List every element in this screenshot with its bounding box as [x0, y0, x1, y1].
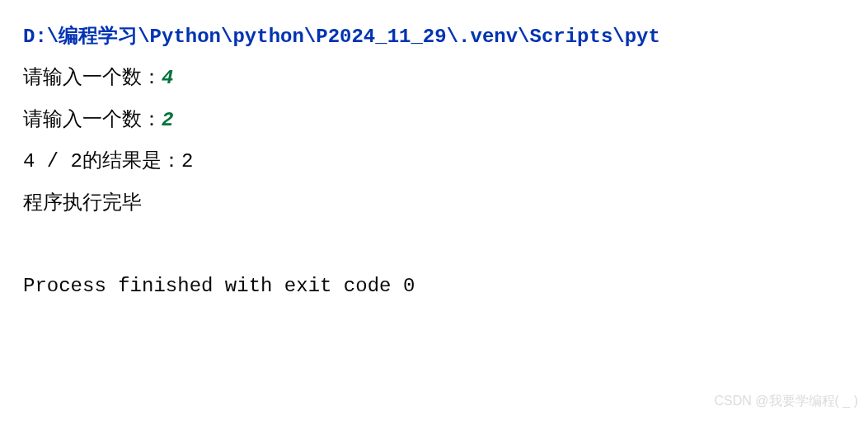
- interpreter-path: D:\编程学习\Python\python\P2024_11_29\.venv\…: [23, 26, 660, 48]
- exit-text: Process finished with exit code 0: [23, 275, 415, 297]
- command-path-line: D:\编程学习\Python\python\P2024_11_29\.venv\…: [23, 17, 845, 58]
- result-text: 4 / 2的结果是：2: [23, 150, 193, 172]
- user-input-1: 4: [162, 67, 173, 89]
- input-line-2: 请输入一个数：2: [23, 100, 845, 141]
- csdn-watermark: CSDN @我要学编程( _ ): [715, 387, 858, 415]
- input-line-1: 请输入一个数：4: [23, 58, 845, 99]
- prompt-text: 请输入一个数：: [23, 109, 162, 131]
- user-input-2: 2: [162, 109, 173, 131]
- result-line: 4 / 2的结果是：2: [23, 141, 845, 182]
- exit-line: Process finished with exit code 0: [23, 266, 845, 307]
- done-text: 程序执行完毕: [23, 192, 142, 215]
- done-line: 程序执行完毕: [23, 183, 845, 224]
- prompt-text: 请输入一个数：: [23, 67, 162, 89]
- blank-line: [23, 224, 845, 266]
